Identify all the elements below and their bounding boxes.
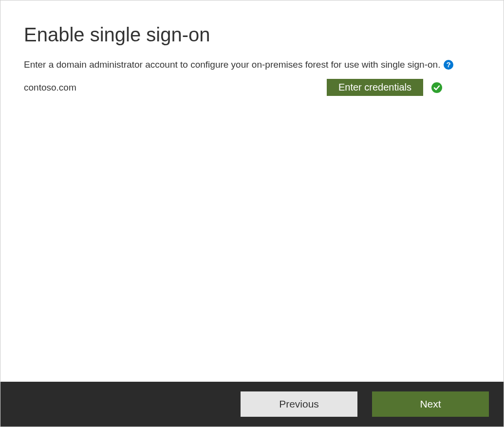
page-title: Enable single sign-on [24, 24, 480, 46]
instruction-text: Enter a domain administrator account to … [24, 59, 440, 70]
main-content: Enable single sign-on Enter a domain adm… [0, 0, 504, 382]
svg-text:?: ? [447, 60, 451, 69]
previous-button[interactable]: Previous [241, 391, 357, 417]
svg-point-2 [431, 82, 442, 93]
footer-bar: Previous Next [0, 382, 504, 427]
help-icon[interactable]: ? [443, 59, 454, 70]
enter-credentials-button[interactable]: Enter credentials [327, 79, 423, 96]
credentials-group: Enter credentials [327, 79, 443, 96]
next-button[interactable]: Next [372, 391, 489, 417]
success-check-icon [431, 82, 443, 93]
instruction-row: Enter a domain administrator account to … [24, 59, 480, 70]
domain-name: contoso.com [24, 82, 76, 93]
domain-row: contoso.com Enter credentials [24, 79, 443, 96]
